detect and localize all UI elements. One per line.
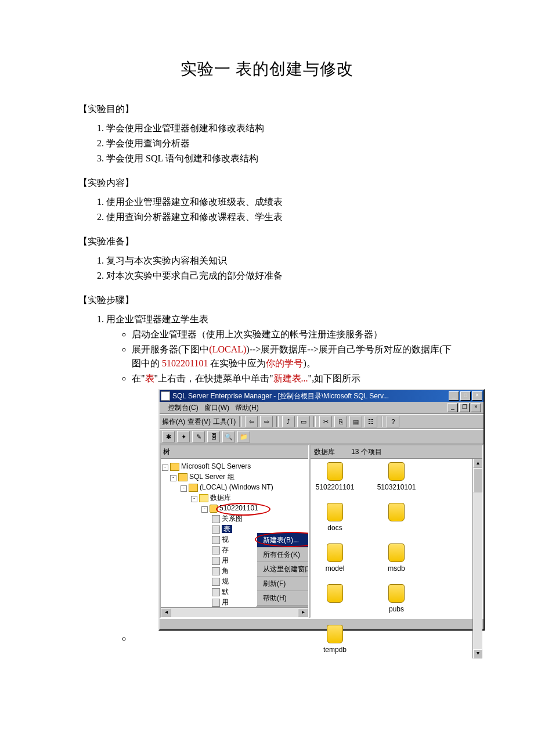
db-item[interactable]: 5102201101 xyxy=(314,462,356,492)
split-body: 树 -Microsoft SQL Servers -SQL Server 组 -… xyxy=(160,444,484,618)
view-icon xyxy=(212,536,220,544)
red-yourid: 你的学号 xyxy=(266,358,303,368)
database-icon xyxy=(388,503,405,521)
db-label: 5102201101 xyxy=(316,483,355,491)
purpose-item: 学会使用 SQL 语句创建和修改表结构 xyxy=(106,152,456,165)
minimize-button[interactable]: _ xyxy=(449,391,459,401)
db-icon[interactable]: 🗄 xyxy=(207,431,220,442)
servers-icon xyxy=(170,463,179,471)
prep-item: 复习与本次实验内容相关知识 xyxy=(106,254,456,268)
maximize-button[interactable]: □ xyxy=(460,391,471,401)
expand-icon[interactable]: - xyxy=(162,465,168,471)
properties-icon[interactable]: ☷ xyxy=(365,416,377,427)
scroll-down-icon[interactable]: ▾ xyxy=(473,649,482,658)
database-icon xyxy=(210,505,218,513)
wizard-icon[interactable]: ✱ xyxy=(162,431,175,442)
list-count: 13 个项目 xyxy=(351,447,382,457)
tree-rule[interactable]: 规 xyxy=(222,577,229,585)
menu-createwin[interactable]: 从这里创建窗口(W) xyxy=(257,562,308,577)
db-item[interactable]: msdb xyxy=(376,543,417,574)
db-item[interactable]: tempdb xyxy=(314,625,356,655)
scroll-track[interactable] xyxy=(473,492,482,649)
tree-diagram[interactable]: 关系图 xyxy=(222,514,243,523)
scroll-up-icon[interactable]: ▴ xyxy=(473,459,482,468)
prep-list: 复习与本次实验内容相关知识 对本次实验中要求自己完成的部分做好准备 xyxy=(78,254,456,283)
tree-role[interactable]: 角 xyxy=(222,567,229,575)
tree-dbfolder[interactable]: 数据库 xyxy=(210,494,231,502)
database-icon xyxy=(327,625,343,643)
menu-tools[interactable]: 工具(T) xyxy=(213,416,236,427)
tree-proc[interactable]: 存 xyxy=(222,546,229,554)
menu-window[interactable]: 窗口(W) xyxy=(204,402,229,413)
sql-enterprise-manager-window: SQL Server Enterprise Manager - [控制台根目录\… xyxy=(158,389,485,631)
up-icon[interactable]: ⤴ xyxy=(282,416,295,427)
substep: 在"表"上右击，在快捷菜单中单击"新建表...",如下图所示 xyxy=(132,372,456,386)
menu-newtable[interactable]: 新建表(B)... xyxy=(257,533,308,548)
menu-console[interactable]: 控制台(C) xyxy=(168,402,199,413)
db-label: tempdb xyxy=(323,646,347,654)
steps-heading: 【实验步骤】 xyxy=(78,294,456,307)
tree-table-selected[interactable]: 表 xyxy=(222,525,232,533)
mdi-menubar: 控制台(C) 窗口(W) 帮助(H) _ ❐ × xyxy=(160,402,484,414)
db-item[interactable] xyxy=(376,503,417,533)
mdi-restore-button[interactable]: ❐ xyxy=(459,403,470,412)
expand-icon[interactable]: - xyxy=(201,506,208,513)
tree-group[interactable]: SQL Server 组 xyxy=(189,473,234,481)
scroll-thumb[interactable] xyxy=(473,468,482,492)
paste-icon[interactable]: ▤ xyxy=(349,416,362,427)
page-title: 实验一 表的创建与修改 xyxy=(78,58,456,80)
purpose-item: 学会使用查询分析器 xyxy=(106,136,456,150)
tree-udt[interactable]: 用 xyxy=(222,598,229,606)
tree-dbname[interactable]: 5102201101 xyxy=(219,504,258,512)
mdi-close-button[interactable]: × xyxy=(471,403,481,412)
expand-icon[interactable]: - xyxy=(191,496,197,502)
scroll-track[interactable] xyxy=(171,608,298,617)
show-hide-icon[interactable]: ▭ xyxy=(297,416,310,427)
register-icon[interactable]: ✦ xyxy=(177,431,190,442)
db-item[interactable]: pubs xyxy=(376,584,417,614)
cut-icon[interactable]: ✂ xyxy=(319,416,332,427)
list-body: 5102201101 5103210101 docs model msdb pu… xyxy=(311,459,472,658)
list-vscroll[interactable]: ▴ ▾ xyxy=(472,459,482,658)
menu-help[interactable]: 帮助(H) xyxy=(235,402,259,413)
db-item[interactable]: docs xyxy=(314,503,356,533)
mdi-minimize-button[interactable]: _ xyxy=(448,403,458,412)
tree-hscroll[interactable]: ◂ ▸ xyxy=(161,607,308,617)
database-icon xyxy=(388,543,405,562)
menu-help[interactable]: 帮助(H) xyxy=(257,591,308,606)
database-icon xyxy=(327,462,343,481)
expand-icon[interactable]: - xyxy=(170,475,176,481)
database-icon xyxy=(388,462,405,481)
db-item[interactable]: 5103210101 xyxy=(376,462,417,492)
scroll-left-icon[interactable]: ◂ xyxy=(161,608,171,617)
query-icon[interactable]: 🔍 xyxy=(222,431,235,442)
tree-user[interactable]: 用 xyxy=(222,556,229,564)
substeps: 启动企业管理器（使用上次实验建立的帐号注册连接服务器） 展开服务器(下图中(LO… xyxy=(106,327,456,386)
db-item[interactable] xyxy=(314,584,356,614)
copy-icon[interactable]: ⎘ xyxy=(334,416,347,427)
tree-root[interactable]: Microsoft SQL Servers xyxy=(181,462,251,470)
tree-local[interactable]: (LOCAL) (Windows NT) xyxy=(200,483,273,491)
expand-icon[interactable]: - xyxy=(181,485,187,492)
back-icon[interactable]: ⇦ xyxy=(245,416,258,427)
menu-alltasks[interactable]: 所有任务(K)▸ xyxy=(257,548,308,562)
list-title: 数据库 xyxy=(314,447,335,457)
menu-refresh[interactable]: 刷新(F) xyxy=(257,577,308,591)
purpose-heading: 【实验目的】 xyxy=(78,103,456,116)
database-icon xyxy=(388,584,405,603)
menu-view[interactable]: 查看(V) xyxy=(187,416,211,427)
table-icon xyxy=(212,525,220,534)
close-button[interactable]: × xyxy=(472,391,482,401)
db-label: msdb xyxy=(388,564,405,573)
help-icon[interactable]: ? xyxy=(387,416,399,427)
menu-action[interactable]: 操作(A) xyxy=(162,416,185,427)
folder-icon[interactable]: 📁 xyxy=(237,431,250,442)
tree-view[interactable]: 视 xyxy=(222,535,229,543)
purpose-item: 学会使用企业管理器创建和修改表结构 xyxy=(106,121,456,135)
forward-icon[interactable]: ⇨ xyxy=(260,416,273,427)
scroll-right-icon[interactable]: ▸ xyxy=(298,608,308,617)
newdb-icon[interactable]: ✎ xyxy=(192,431,205,442)
tree-default[interactable]: 默 xyxy=(222,588,229,596)
db-item[interactable]: model xyxy=(314,543,356,574)
database-icon xyxy=(327,503,343,521)
